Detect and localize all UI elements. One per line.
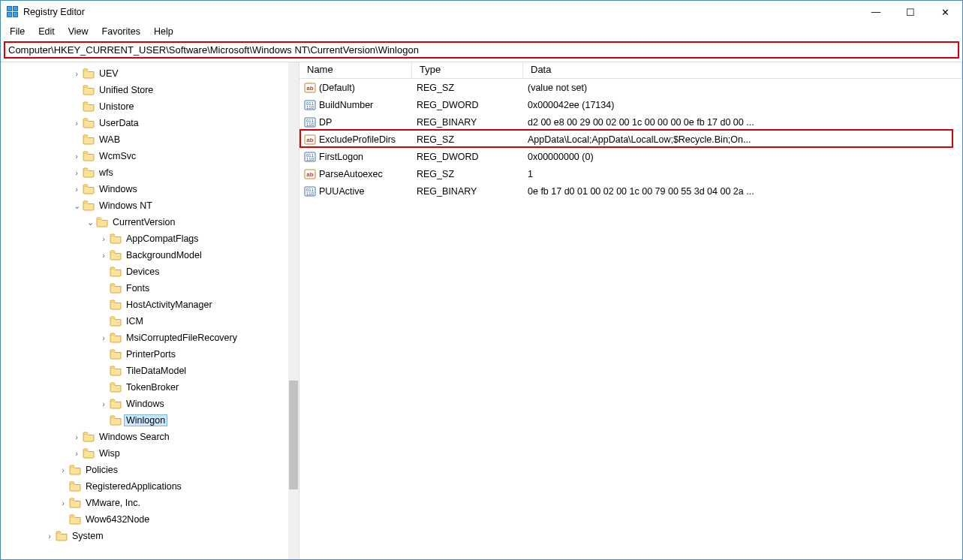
svg-text:ab: ab — [306, 171, 313, 178]
folder-icon — [110, 266, 122, 277]
addressbar-container: Computer\HKEY_CURRENT_USER\Software\Micr… — [1, 40, 962, 62]
svg-text:ab: ab — [306, 85, 313, 92]
tree-item[interactable]: ⌄Windows NT — [4, 197, 288, 214]
list-row[interactable]: abParseAutoexecREG_SZ1 — [299, 165, 962, 182]
tree-item[interactable]: Winlogon — [4, 412, 288, 429]
tree-item[interactable]: ›Wisp — [4, 445, 288, 462]
scrollbar-thumb[interactable] — [289, 381, 298, 490]
string-value-icon: ab — [304, 82, 316, 94]
chevron-right-icon[interactable]: › — [71, 432, 82, 441]
tree-item-label: Fonts — [125, 283, 151, 294]
col-header-type[interactable]: Type — [412, 62, 523, 78]
tree-item[interactable]: Devices — [4, 263, 288, 280]
tree-item[interactable]: ›AppCompatFlags — [4, 230, 288, 247]
svg-rect-2 — [8, 13, 12, 17]
tree-item-label: RegisteredApplications — [84, 481, 183, 492]
value-name: BuildNumber — [319, 100, 417, 110]
tree-item-label: TileDataModel — [125, 366, 188, 376]
chevron-down-icon[interactable]: ⌄ — [85, 218, 95, 227]
value-name: PUUActive — [319, 186, 417, 197]
tree-item[interactable]: ›wfs — [4, 164, 288, 181]
tree-item[interactable]: TileDataModel — [4, 363, 288, 379]
chevron-right-icon[interactable]: › — [58, 498, 68, 507]
tree-item[interactable]: WAB — [4, 131, 288, 148]
chevron-right-icon[interactable]: › — [58, 465, 68, 474]
tree-item[interactable]: HostActivityManager — [4, 297, 288, 313]
folder-icon — [110, 316, 122, 327]
tree-item-label: Wow6432Node — [84, 514, 151, 525]
list-row[interactable]: abExcludeProfileDirsREG_SZAppData\Local;… — [299, 131, 962, 148]
tree-item[interactable]: Unistore — [4, 98, 288, 115]
chevron-right-icon[interactable]: › — [98, 234, 109, 243]
maximize-button[interactable]: ☐ — [893, 1, 928, 23]
folder-icon — [110, 349, 122, 360]
folder-icon — [83, 118, 95, 128]
minimize-button[interactable]: — — [859, 1, 893, 23]
tree-item[interactable]: ›Policies — [4, 462, 288, 478]
tree-item-label: Windows Search — [98, 432, 171, 442]
list-row[interactable]: 011110BuildNumberREG_DWORD0x000042ee (17… — [299, 96, 962, 113]
tree-item-label: CurrentVersion — [111, 217, 176, 227]
chevron-right-icon[interactable]: › — [71, 152, 82, 161]
close-button[interactable]: ✕ — [928, 1, 962, 23]
menu-edit[interactable]: Edit — [32, 25, 61, 38]
chevron-right-icon[interactable]: › — [71, 119, 82, 128]
folder-icon — [69, 514, 81, 525]
menu-view[interactable]: View — [62, 25, 95, 38]
chevron-right-icon[interactable]: › — [44, 531, 55, 540]
tree-item[interactable]: ⌄CurrentVersion — [4, 214, 288, 230]
tree-item[interactable]: ›WcmSvc — [4, 148, 288, 164]
tree-item[interactable]: ›VMware, Inc. — [4, 495, 288, 511]
menu-file[interactable]: File — [4, 25, 31, 38]
col-header-name[interactable]: Name — [299, 62, 412, 78]
tree-item[interactable]: TokenBroker — [4, 379, 288, 396]
chevron-right-icon[interactable]: › — [98, 399, 109, 408]
registry-tree[interactable]: ›UEVUnified StoreUnistore›UserDataWAB›Wc… — [1, 62, 288, 547]
chevron-right-icon[interactable]: › — [98, 251, 109, 260]
list-row[interactable]: 011110PUUActiveREG_BINARY0e fb 17 d0 01 … — [299, 182, 962, 200]
folder-icon — [110, 333, 122, 343]
tree-item[interactable]: Unified Store — [4, 82, 288, 98]
chevron-down-icon[interactable]: ⌄ — [71, 201, 82, 211]
tree-item-label: ICM — [125, 316, 145, 327]
tree-item[interactable]: ›UEV — [4, 65, 288, 82]
tree-item[interactable]: ›System — [4, 528, 288, 544]
tree-item[interactable]: PrinterPorts — [4, 346, 288, 363]
tree-item-label: Unistore — [98, 101, 136, 112]
value-type: REG_DWORD — [417, 152, 528, 162]
value-name: FirstLogon — [319, 152, 417, 162]
tree-item[interactable]: ›BackgroundModel — [4, 247, 288, 263]
tree-item[interactable]: ›Windows — [4, 396, 288, 412]
list-row[interactable]: 011110FirstLogonREG_DWORD0x00000000 (0) — [299, 148, 962, 165]
chevron-right-icon[interactable]: › — [71, 449, 82, 458]
chevron-right-icon[interactable]: › — [71, 185, 82, 194]
chevron-right-icon[interactable]: › — [98, 333, 109, 342]
tree-item[interactable]: Fonts — [4, 280, 288, 297]
tree-item[interactable]: ›MsiCorruptedFileRecovery — [4, 330, 288, 346]
list-row[interactable]: 011110DPREG_BINARYd2 00 e8 00 29 00 02 0… — [299, 113, 962, 131]
tree-item[interactable]: ICM — [4, 313, 288, 330]
tree-item[interactable]: Wow6432Node — [4, 511, 288, 528]
binary-value-icon: 011110 — [304, 99, 316, 111]
tree-item[interactable]: ›UserData — [4, 115, 288, 131]
value-data: 0e fb 17 d0 01 00 02 00 1c 00 79 00 55 3… — [528, 186, 962, 197]
tree-item[interactable]: RegisteredApplications — [4, 478, 288, 495]
chevron-right-icon[interactable]: › — [71, 69, 82, 78]
tree-item[interactable]: ›Windows — [4, 181, 288, 197]
menu-help[interactable]: Help — [148, 25, 179, 38]
values-list[interactable]: ab(Default)REG_SZ(value not set)011110Bu… — [299, 79, 962, 200]
list-row[interactable]: ab(Default)REG_SZ(value not set) — [299, 79, 962, 96]
chevron-right-icon[interactable]: › — [71, 168, 82, 177]
svg-text:110: 110 — [306, 105, 314, 110]
value-name: (Default) — [319, 83, 417, 93]
menu-favorites[interactable]: Favorites — [96, 25, 146, 38]
tree-item-label: TokenBroker — [125, 382, 180, 393]
address-input[interactable]: Computer\HKEY_CURRENT_USER\Software\Micr… — [4, 41, 959, 59]
value-data: (value not set) — [528, 83, 962, 93]
col-header-data[interactable]: Data — [523, 62, 962, 78]
binary-value-icon: 011110 — [304, 185, 316, 197]
tree-item[interactable]: ›Windows Search — [4, 429, 288, 445]
value-data: AppData\Local;AppData\LocalLow;$Recycle.… — [528, 134, 962, 145]
titlebar: Registry Editor — ☐ ✕ — [1, 1, 962, 23]
tree-scrollbar[interactable] — [288, 62, 299, 559]
